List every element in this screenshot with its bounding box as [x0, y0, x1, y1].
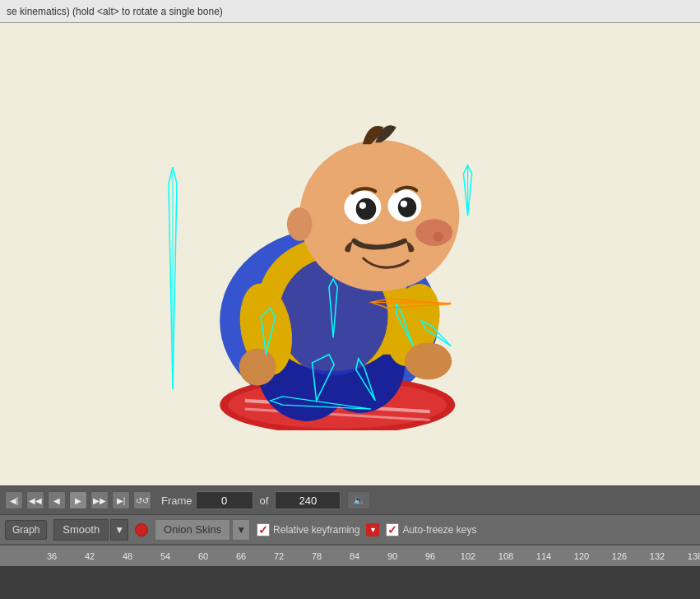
auto-freeze-label: Auto-freeze keys — [402, 524, 476, 536]
relative-keyframing-check: ✓ — [258, 524, 268, 536]
canvas-area — [0, 23, 700, 485]
smooth-select: Smooth ▼ — [53, 519, 128, 541]
transport-bar: ◀| ◀◀ ◀ ▶ ▶▶ ▶| ↺↺ Frame of 🔈 — [0, 485, 700, 515]
loop-icon: ↺↺ — [136, 496, 149, 505]
ruler-tick: 96 — [411, 551, 449, 561]
total-frames-input[interactable] — [275, 491, 341, 509]
smooth-dropdown[interactable]: ▼ — [110, 519, 128, 541]
svg-point-24 — [415, 219, 452, 246]
timeline-ruler: 3642485460667278849096102108114120126132… — [0, 545, 700, 566]
auto-freeze-check: ✓ — [387, 524, 397, 536]
onion-dropdown-icon: ▼ — [236, 524, 246, 536]
next-frame-icon: ▶▶ — [93, 496, 106, 505]
svg-point-21 — [398, 197, 416, 218]
step-back-icon: ◀◀ — [29, 496, 42, 505]
onion-skins-select: Onion Skins ▼ — [155, 519, 250, 541]
ruler-tick: 78 — [298, 551, 336, 561]
smooth-dropdown-icon: ▼ — [114, 524, 124, 536]
frame-label: Frame — [161, 495, 192, 507]
of-label: of — [260, 495, 269, 507]
ruler-tick: 138 — [676, 551, 700, 561]
play-icon: ▶ — [75, 496, 81, 505]
status-bar: se kinematics) (hold <alt> to rotate a s… — [0, 0, 700, 23]
ruler-tick: 84 — [336, 551, 373, 561]
ruler-tick: 126 — [600, 551, 638, 561]
to-start-button[interactable]: ◀| — [5, 491, 23, 509]
onion-skins-label: Onion Skins — [155, 519, 230, 541]
sub-indicator: ▼ — [366, 523, 379, 536]
svg-point-22 — [359, 202, 366, 209]
ruler-tick: 90 — [373, 551, 411, 561]
ruler-tick: 72 — [260, 551, 298, 561]
ruler-tick: 54 — [146, 551, 184, 561]
svg-point-23 — [401, 201, 407, 207]
record-indicator — [135, 523, 148, 536]
svg-point-25 — [433, 232, 443, 242]
step-forward-icon: ▶| — [117, 496, 126, 505]
svg-point-13 — [239, 349, 276, 386]
ruler-tick: 114 — [525, 551, 563, 561]
step-back-button[interactable]: ◀◀ — [26, 491, 44, 509]
smooth-label: Smooth — [53, 519, 109, 541]
ruler-tick: 60 — [184, 551, 222, 561]
play-button[interactable]: ▶ — [69, 491, 87, 509]
ruler-numbers: 3642485460667278849096102108114120126132… — [33, 551, 700, 561]
onion-skins-dropdown[interactable]: ▼ — [232, 519, 250, 541]
relative-keyframing-item: ✓ Relative keyframing — [257, 523, 359, 536]
sound-icon: 🔈 — [353, 495, 365, 506]
svg-point-16 — [299, 140, 459, 291]
next-frame-button[interactable]: ▶▶ — [90, 491, 109, 509]
to-start-icon: ◀| — [10, 496, 19, 505]
graph-button[interactable]: Graph — [5, 520, 47, 540]
auto-freeze-checkbox[interactable]: ✓ — [386, 523, 399, 536]
ruler-tick: 48 — [109, 551, 146, 561]
sound-button[interactable]: 🔈 — [347, 491, 370, 509]
graph-label: Graph — [12, 524, 39, 536]
ruler-tick: 42 — [71, 551, 109, 561]
status-text: se kinematics) (hold <alt> to rotate a s… — [7, 6, 223, 17]
svg-point-20 — [356, 198, 377, 221]
loop-button[interactable]: ↺↺ — [133, 491, 151, 509]
relative-keyframing-checkbox[interactable]: ✓ — [257, 523, 270, 536]
svg-point-15 — [405, 342, 452, 379]
svg-point-17 — [287, 207, 313, 241]
step-forward-button[interactable]: ▶| — [112, 491, 130, 509]
prev-frame-button[interactable]: ◀ — [48, 491, 66, 509]
frame-input[interactable] — [196, 491, 253, 509]
timeline-controls: Graph Smooth ▼ Onion Skins ▼ ✓ Relative … — [0, 515, 700, 545]
ruler-tick: 108 — [487, 551, 525, 561]
ruler-tick: 36 — [33, 551, 71, 561]
relative-keyframing-label: Relative keyframing — [273, 524, 359, 536]
ruler-tick: 120 — [563, 551, 600, 561]
ruler-tick: 102 — [449, 551, 487, 561]
ruler-tick: 66 — [222, 551, 260, 561]
auto-freeze-item: ✓ Auto-freeze keys — [386, 523, 476, 536]
ruler-tick: 132 — [638, 551, 676, 561]
prev-frame-icon: ◀ — [53, 496, 60, 505]
